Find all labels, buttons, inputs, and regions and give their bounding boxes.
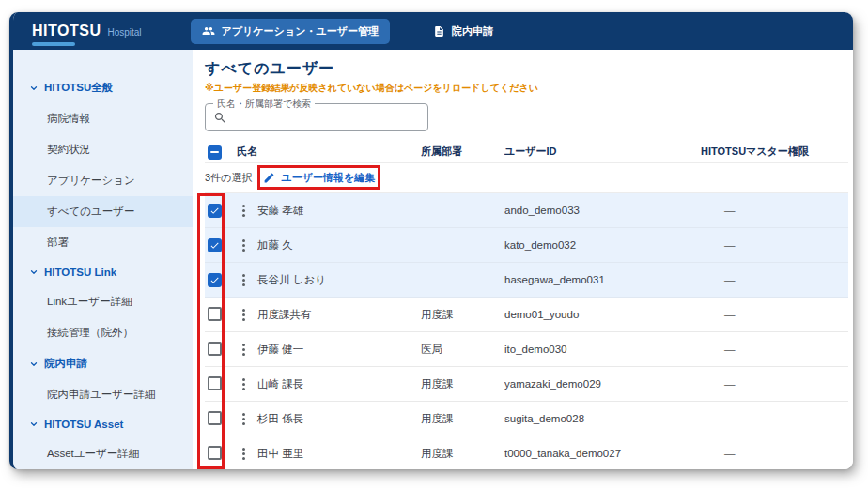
screenshot-root: HITOTSU Hospital アプリケーション・ユーザー管理院内申請 HIT… — [0, 0, 868, 489]
sidebar-item[interactable]: 接続管理（院外） — [13, 317, 193, 348]
brand-suffix: Hospital — [107, 27, 141, 38]
search-field-label: 氏名・所属部署で検索 — [213, 98, 315, 111]
sidebar-section-3[interactable]: HITOTSU Asset — [13, 410, 193, 438]
user-name: 杉田 係長 — [257, 412, 303, 426]
table-row[interactable]: 加藤 久 kato_demo032 — — [205, 228, 848, 263]
user-name: 長谷川 しおり — [257, 273, 326, 287]
nav-tab-user-management[interactable]: アプリケーション・ユーザー管理 — [191, 19, 390, 44]
master-rights-value: — — [701, 344, 848, 355]
edit-user-info-label: ユーザー情報を編集 — [281, 171, 375, 185]
nav-tab-label: 院内申請 — [452, 24, 493, 38]
nav-tabs: アプリケーション・ユーザー管理院内申請 — [191, 19, 504, 44]
sidebar-section-label: HITOTSU Asset — [44, 419, 123, 430]
app-body: HITOTSU全般病院情報契約状況アプリケーションすべてのユーザー部署HITOT… — [13, 50, 853, 469]
kebab-menu-icon[interactable] — [237, 274, 245, 286]
sidebar-section-label: HITOTSU Link — [44, 267, 116, 278]
select-all-checkbox[interactable] — [208, 145, 222, 160]
user-department: 用度課 — [421, 377, 504, 391]
user-id: ito_demo030 — [504, 344, 701, 355]
user-name: 加藤 久 — [257, 238, 293, 252]
column-header-name[interactable]: 氏名 — [237, 145, 421, 159]
row-checkbox[interactable] — [208, 376, 222, 390]
table-header-row: 氏名 所属部署 ユーザーID HITOTSUマスター権限 — [205, 141, 848, 163]
people-icon — [202, 24, 215, 38]
sidebar-item[interactable]: Linkユーザー詳細 — [13, 286, 193, 317]
user-id: t0000_tanaka_demo027 — [504, 448, 701, 459]
kebab-menu-icon[interactable] — [237, 344, 245, 356]
search-icon — [213, 111, 227, 125]
kebab-menu-icon[interactable] — [237, 205, 245, 217]
column-header-master-rights[interactable]: HITOTSUマスター権限 — [701, 145, 848, 159]
table-row[interactable]: 長谷川 しおり hasegawa_demo031 — — [205, 263, 848, 298]
top-navbar: HITOTSU Hospital アプリケーション・ユーザー管理院内申請 — [13, 12, 853, 50]
reload-note: ※ユーザー登録結果が反映されていない場合はページをリロードしてください — [205, 82, 853, 95]
pencil-icon — [263, 172, 275, 184]
master-rights-value: — — [701, 274, 848, 285]
column-header-department[interactable]: 所属部署 — [421, 145, 504, 159]
table-row[interactable]: 安藤 孝雄 ando_demo033 — — [205, 193, 848, 228]
user-department: 医局 — [421, 343, 504, 357]
user-id: kato_demo032 — [504, 239, 701, 251]
nav-tab-label: アプリケーション・ユーザー管理 — [222, 24, 379, 38]
user-name: 安藤 孝雄 — [257, 204, 303, 218]
app-window: HITOTSU Hospital アプリケーション・ユーザー管理院内申請 HIT… — [9, 12, 853, 469]
page-title: すべてのユーザー — [205, 59, 853, 79]
chevron-down-icon — [29, 420, 39, 429]
sidebar-item[interactable]: すべてのユーザー — [13, 196, 193, 227]
row-checkbox[interactable] — [208, 342, 222, 356]
row-checkbox[interactable] — [208, 273, 222, 287]
sidebar-item[interactable]: アプリケーション — [13, 165, 193, 196]
sidebar-item[interactable]: Assetユーザー詳細 — [13, 438, 193, 469]
user-name: 山崎 課長 — [257, 377, 303, 391]
user-department: 用度課 — [421, 412, 504, 426]
table-row[interactable]: 伊藤 健一 医局 ito_demo030 — — [205, 332, 848, 367]
row-checkbox[interactable] — [208, 204, 222, 218]
brand-name: HITOTSU — [32, 23, 101, 39]
sidebar-section-2[interactable]: 院内申請 — [13, 348, 193, 379]
sidebar-section-0[interactable]: HITOTSU全般 — [13, 72, 193, 103]
table-row[interactable]: 杉田 係長 用度課 sugita_demo028 — — [205, 402, 848, 436]
table-row[interactable]: 用度課共有 用度課 demo01_youdo — — [205, 298, 848, 332]
sidebar-item[interactable]: 部署 — [13, 227, 193, 258]
user-department: 用度課 — [421, 308, 504, 322]
master-rights-value: — — [701, 413, 848, 424]
table-row[interactable]: 田中 亜里 用度課 t0000_tanaka_demo027 — — [205, 436, 848, 469]
chevron-down-icon — [29, 359, 39, 369]
master-rights-value: — — [701, 239, 848, 251]
sidebar-item[interactable]: 病院情報 — [13, 103, 193, 134]
search-field[interactable]: 氏名・所属部署で検索 — [205, 103, 428, 131]
kebab-menu-icon[interactable] — [237, 309, 245, 321]
row-checkbox[interactable] — [208, 446, 222, 460]
kebab-menu-icon[interactable] — [237, 448, 245, 460]
user-id: hasegawa_demo031 — [504, 274, 701, 285]
master-rights-value: — — [701, 448, 848, 459]
kebab-menu-icon[interactable] — [237, 413, 245, 425]
sidebar: HITOTSU全般病院情報契約状況アプリケーションすべてのユーザー部署HITOT… — [13, 50, 193, 469]
kebab-menu-icon[interactable] — [237, 239, 245, 252]
row-checkbox[interactable] — [208, 411, 222, 425]
selection-count: 3件の選択 — [205, 171, 252, 185]
column-header-user-id[interactable]: ユーザーID — [504, 145, 701, 159]
kebab-menu-icon[interactable] — [237, 378, 245, 390]
sidebar-section-label: HITOTSU全般 — [44, 81, 113, 95]
nav-tab-internal-application[interactable]: 院内申請 — [422, 19, 504, 44]
users-table: 氏名 所属部署 ユーザーID HITOTSUマスター権限 3件の選択 ユーザー情… — [205, 141, 848, 469]
sidebar-section-1[interactable]: HITOTSU Link — [13, 258, 193, 286]
table-row[interactable]: 山崎 課長 用度課 yamazaki_demo029 — — [205, 367, 848, 402]
selection-bar: 3件の選択 ユーザー情報を編集 — [205, 163, 848, 193]
user-id: yamazaki_demo029 — [504, 378, 701, 390]
row-checkbox[interactable] — [208, 238, 222, 252]
master-rights-value: — — [701, 205, 848, 216]
search-input[interactable] — [233, 111, 420, 124]
chevron-down-icon — [29, 267, 39, 277]
brand-logo[interactable]: HITOTSU Hospital — [32, 23, 142, 39]
user-id: demo01_youdo — [504, 309, 701, 320]
edit-user-info-button[interactable]: ユーザー情報を編集 — [263, 171, 375, 185]
main-content: すべてのユーザー ※ユーザー登録結果が反映されていない場合はページをリロードして… — [193, 50, 853, 469]
user-name: 伊藤 健一 — [257, 343, 303, 357]
sidebar-item[interactable]: 院内申請ユーザー詳細 — [13, 379, 193, 410]
master-rights-value: — — [701, 378, 848, 390]
user-name: 田中 亜里 — [257, 447, 303, 461]
sidebar-item[interactable]: 契約状況 — [13, 134, 193, 165]
row-checkbox[interactable] — [208, 307, 222, 321]
